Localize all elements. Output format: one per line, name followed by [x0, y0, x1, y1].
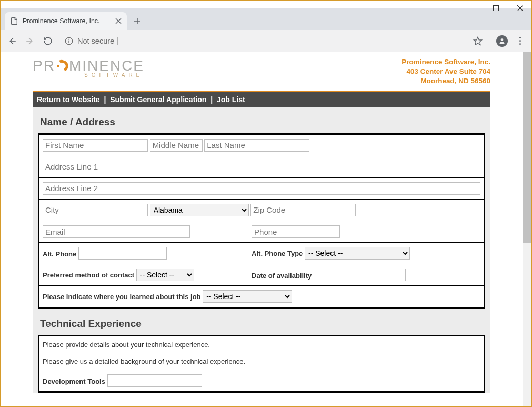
- tab-strip: Prominence Software, Inc.: [1, 8, 531, 30]
- profile-icon: [496, 35, 508, 47]
- logo-subtext: SOFTWARE: [84, 72, 143, 78]
- tab-title: Prominence Software, Inc.: [23, 17, 115, 25]
- svg-point-14: [501, 38, 504, 41]
- technical-prompt: Please provide details about your techni…: [39, 336, 485, 353]
- new-tab-button[interactable]: [130, 14, 145, 28]
- nav-links-bar: Return to Website | Submit General Appli…: [33, 92, 490, 107]
- date-avail-label: Date of availability: [252, 272, 312, 280]
- alt-phone-type-select[interactable]: -- Select --: [305, 247, 410, 260]
- browser-menu-button[interactable]: [513, 37, 527, 45]
- forward-button[interactable]: [23, 34, 37, 48]
- maximize-button[interactable]: [484, 0, 508, 16]
- state-select[interactable]: Alabama: [150, 204, 249, 216]
- scrollbar-track[interactable]: [523, 52, 531, 406]
- alt-phone-label: Alt. Phone: [43, 250, 76, 258]
- separator: |: [210, 95, 213, 104]
- viewport: PR MINENCE SOFTWARE Prominence Software,…: [1, 52, 531, 406]
- minimize-button[interactable]: [459, 0, 484, 16]
- section-title-name-address: Name / Address: [40, 116, 483, 128]
- close-window-button[interactable]: [508, 0, 532, 16]
- dev-tools-input[interactable]: [107, 374, 202, 387]
- svg-marker-13: [474, 37, 482, 45]
- page-header: PR MINENCE SOFTWARE Prominence Software,…: [33, 52, 490, 91]
- page-icon: [10, 17, 18, 25]
- reload-button[interactable]: [41, 34, 55, 48]
- date-availability-input[interactable]: [314, 269, 406, 281]
- alt-phone-input[interactable]: [78, 247, 167, 260]
- technical-table: Please provide details about your techni…: [38, 335, 485, 393]
- titlebar: [1, 1, 531, 8]
- security-label: Not secure: [77, 37, 114, 45]
- browser-tab[interactable]: Prominence Software, Inc.: [5, 12, 127, 30]
- phone-input[interactable]: [252, 225, 340, 238]
- name-address-table: Alabama Alt. Phone A: [38, 133, 485, 309]
- email-input[interactable]: [43, 225, 190, 238]
- alt-phone-type-label: Alt. Phone Type: [252, 250, 303, 257]
- city-input[interactable]: [43, 204, 148, 216]
- pref-contact-select[interactable]: -- Select --: [136, 269, 194, 281]
- link-return-to-website[interactable]: Return to Website: [37, 95, 100, 104]
- dev-tools-label: Development Tools: [43, 378, 105, 385]
- separator: |: [104, 95, 106, 104]
- scrollbar-thumb[interactable]: [523, 52, 531, 243]
- technical-hint: Please give us a detailed background of …: [39, 353, 485, 370]
- address1-input[interactable]: [43, 161, 480, 173]
- close-tab-icon[interactable]: [115, 18, 122, 24]
- company-address: Prominence Software, Inc. 403 Center Ave…: [401, 57, 490, 86]
- back-button[interactable]: [5, 34, 19, 48]
- learned-about-label: Please indicate where you learned about …: [43, 293, 201, 301]
- window-controls: [459, 0, 532, 16]
- learned-about-select[interactable]: -- Select --: [203, 290, 292, 303]
- company-address-line2: Moorhead, ND 56560: [401, 76, 490, 86]
- browser-toolbar: Not secure: [1, 30, 531, 52]
- form-area: Name / Address: [33, 107, 490, 393]
- profile-button[interactable]: [495, 34, 509, 48]
- company-address-line1: 403 Center Ave Suite 704: [401, 67, 490, 76]
- omnibox-separator: [117, 37, 118, 45]
- info-icon[interactable]: [65, 37, 73, 45]
- pref-contact-label: Preferred method of contact: [43, 271, 134, 279]
- zip-input[interactable]: [250, 204, 356, 216]
- svg-rect-1: [493, 5, 498, 11]
- last-name-input[interactable]: [204, 139, 309, 152]
- middle-name-input[interactable]: [150, 139, 203, 152]
- page: PR MINENCE SOFTWARE Prominence Software,…: [1, 52, 523, 406]
- section-title-technical: Technical Experience: [40, 318, 483, 330]
- logo-swirl-icon: [56, 60, 68, 72]
- logo-text-pre: PR: [33, 57, 55, 74]
- address2-input[interactable]: [43, 182, 480, 195]
- company-name: Prominence Software, Inc.: [401, 57, 490, 67]
- link-submit-general-application[interactable]: Submit General Application: [110, 95, 206, 104]
- link-job-list[interactable]: Job List: [217, 95, 245, 104]
- bookmark-icon[interactable]: [470, 36, 485, 46]
- first-name-input[interactable]: [43, 139, 148, 152]
- svg-point-12: [69, 39, 69, 39]
- address-bar[interactable]: Not secure: [61, 33, 489, 49]
- company-logo: PR MINENCE SOFTWARE: [33, 57, 144, 78]
